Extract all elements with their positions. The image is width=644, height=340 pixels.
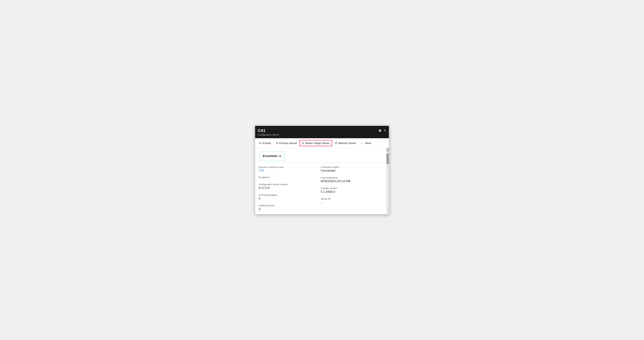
scrollbar-thumb[interactable] xyxy=(386,153,389,164)
main-window: CS1 Configuration Server ▣ ✕ + vCenter +… xyxy=(255,126,389,214)
protected-items-value: 3 xyxy=(259,207,321,211)
essentials-right-col: Connection status Connected Last heartbe… xyxy=(321,166,383,211)
plus-icon: + xyxy=(276,141,278,145)
essentials-label: Essentials xyxy=(263,154,278,158)
recovery-vault-value[interactable]: CS1 xyxy=(259,169,321,172)
connection-status-field: Connection status Connected xyxy=(321,166,383,172)
scrollbar: ⌃ xyxy=(386,148,389,214)
config-version-value: 9.17.0.0 xyxy=(259,186,321,190)
config-version-field: Configuration Server version 9.17.0.0 xyxy=(259,183,321,190)
master-target-label: Master Target Server xyxy=(305,142,330,145)
more-label: More xyxy=(365,142,371,145)
protected-items-label: Protected items xyxy=(259,204,321,207)
essentials-left-col: Recovery Services vault CS1 IP address C… xyxy=(259,166,321,211)
refresh-label: Refresh Server xyxy=(338,142,356,145)
vcenter-button[interactable]: + vCenter xyxy=(256,140,274,146)
scrollbar-up-button[interactable]: ⌃ xyxy=(386,148,389,152)
last-heartbeat-field: Last heartbeat at 6/26/2018 5:24:14 PM xyxy=(321,176,383,183)
essentials-section-header[interactable]: Essentials ∧ xyxy=(259,152,284,161)
connected-agents-field: Connected agents 5 xyxy=(259,194,321,200)
provider-version-value: 5.1.3400.0 xyxy=(321,190,383,194)
refresh-server-button[interactable]: ↺ Refresh Server xyxy=(332,140,358,146)
config-version-label: Configuration Server version xyxy=(259,183,321,186)
ip-address-field: IP address xyxy=(259,176,321,179)
connected-agents-label: Connected agents xyxy=(259,194,321,196)
server-id-value: ... xyxy=(321,201,383,204)
last-heartbeat-label: Last heartbeat at xyxy=(321,176,383,179)
app-subtitle: Configuration Server xyxy=(258,133,279,136)
plus-icon: + xyxy=(259,141,261,145)
ellipsis-icon: ⋯ xyxy=(361,141,364,145)
more-button[interactable]: ⋯ More xyxy=(358,140,374,146)
main-content: Essentials ∧ Recovery Services vault CS1 xyxy=(255,148,386,214)
minimize-button[interactable]: ▣ xyxy=(379,129,381,132)
provider-version-label: Provider version xyxy=(321,187,383,190)
vcenter-label: vCenter xyxy=(262,142,271,145)
titlebar-left: CS1 Configuration Server xyxy=(258,128,279,136)
provider-version-field: Provider version 5.1.3400.0 xyxy=(321,187,383,194)
essentials-header-wrapper: Essentials ∧ xyxy=(255,148,386,162)
ip-address-label: IP address xyxy=(259,176,321,179)
connected-agents-value: 5 xyxy=(259,197,321,200)
connection-status-value: Connected xyxy=(321,169,383,172)
server-id-label: Server ID xyxy=(321,198,383,200)
server-id-field: Server ID ... xyxy=(321,198,383,204)
essentials-grid: Recovery Services vault CS1 IP address C… xyxy=(255,163,386,214)
refresh-icon: ↺ xyxy=(334,141,337,145)
connection-status-label: Connection status xyxy=(321,166,383,168)
close-button[interactable]: ✕ xyxy=(384,129,386,132)
scrollbar-track[interactable] xyxy=(386,152,389,214)
toolbar: + vCenter + Process Server + Master Targ… xyxy=(255,138,389,148)
process-server-button[interactable]: + Process Server xyxy=(274,140,300,146)
recovery-vault-field: Recovery Services vault CS1 xyxy=(259,166,321,172)
recovery-vault-label: Recovery Services vault xyxy=(259,166,321,168)
titlebar-controls: ▣ ✕ xyxy=(379,129,386,132)
app-title: CS1 xyxy=(258,128,279,133)
chevron-up-icon: ∧ xyxy=(279,154,281,158)
plus-icon: + xyxy=(302,141,304,145)
protected-items-field: Protected items 3 xyxy=(259,204,321,211)
essentials-title: Essentials ∧ xyxy=(263,154,281,158)
last-heartbeat-value: 6/26/2018 5:24:14 PM xyxy=(321,180,383,183)
master-target-button[interactable]: + Master Target Server xyxy=(300,140,332,146)
content-area: Essentials ∧ Recovery Services vault CS1 xyxy=(255,148,389,214)
process-server-label: Process Server xyxy=(279,142,297,145)
titlebar: CS1 Configuration Server ▣ ✕ xyxy=(255,126,389,138)
